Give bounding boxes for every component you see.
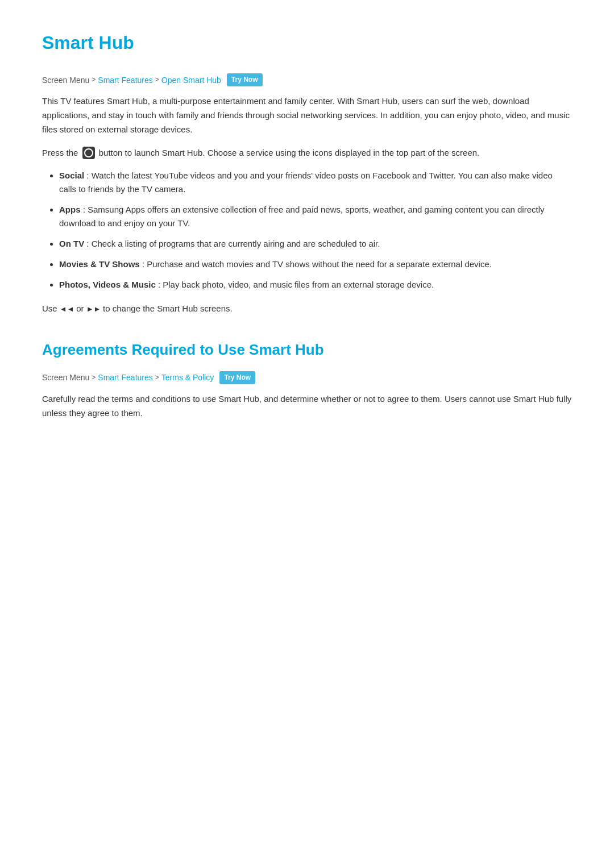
list-item: Social : Watch the latest YouTube videos… [59, 169, 572, 196]
change-screens-text: Use ◄◄ or ►► to change the Smart Hub scr… [42, 302, 572, 315]
bullet-desc-movies: : Purchase and watch movies and TV shows… [142, 259, 492, 269]
bullet-term-movies: Movies & TV Shows [59, 259, 140, 269]
features-list: Social : Watch the latest YouTube videos… [59, 169, 572, 292]
breadcrumb-prefix: Screen Menu [42, 74, 89, 86]
change-suffix: to change the Smart Hub screens. [103, 304, 233, 313]
intro-paragraph: This TV features Smart Hub, a multi-purp… [42, 94, 572, 136]
bullet-desc-apps: : Samsung Apps offers an extensive colle… [59, 205, 545, 228]
breadcrumb-section2: Screen Menu > Smart Features > Terms & P… [42, 371, 572, 384]
section2-title: Agreements Required to Use Smart Hub [42, 338, 572, 362]
bullet-term-on-tv: On TV [59, 239, 84, 248]
breadcrumb-sep2: > [155, 74, 159, 85]
breadcrumb-open-smart-hub-link[interactable]: Open Smart Hub [161, 74, 221, 86]
change-prefix: Use [42, 304, 57, 313]
list-item: Apps : Samsung Apps offers an extensive … [59, 203, 572, 230]
breadcrumb2-prefix: Screen Menu [42, 371, 89, 384]
bullet-desc-on-tv: : Check a listing of programs that are c… [86, 239, 380, 248]
list-item: On TV : Check a listing of programs that… [59, 237, 572, 251]
bullet-term-social: Social [59, 171, 84, 180]
press-text-before: Press the [42, 148, 78, 157]
press-button-paragraph: Press the button to launch Smart Hub. Ch… [42, 146, 572, 160]
smart-hub-button-icon [82, 147, 95, 159]
rewind-arrow-icon: ◄◄ [60, 305, 76, 313]
bullet-term-photos: Photos, Videos & Music [59, 280, 156, 289]
breadcrumb2-smart-features-link[interactable]: Smart Features [98, 371, 152, 384]
fast-forward-arrow-icon: ►► [86, 305, 103, 313]
breadcrumb2-sep1: > [92, 372, 96, 383]
list-item: Photos, Videos & Music : Play back photo… [59, 278, 572, 292]
bullet-term-apps: Apps [59, 205, 81, 214]
try-now-badge-2[interactable]: Try Now [219, 371, 255, 384]
breadcrumb-section1: Screen Menu > Smart Features > Open Smar… [42, 73, 572, 86]
list-item: Movies & TV Shows : Purchase and watch m… [59, 258, 572, 271]
breadcrumb-sep1: > [92, 74, 96, 85]
bullet-desc-social: : Watch the latest YouTube videos and yo… [59, 171, 553, 194]
page-title: Smart Hub [42, 28, 572, 57]
press-text-after: button to launch Smart Hub. Choose a ser… [99, 148, 480, 157]
section2-body: Carefully read the terms and conditions … [42, 392, 572, 421]
change-middle: or [76, 304, 84, 313]
breadcrumb2-terms-policy-link[interactable]: Terms & Policy [161, 371, 214, 384]
breadcrumb-smart-features-link[interactable]: Smart Features [98, 74, 152, 86]
bullet-desc-photos: : Play back photo, video, and music file… [158, 280, 434, 289]
breadcrumb2-sep2: > [155, 372, 159, 383]
try-now-badge-1[interactable]: Try Now [227, 73, 263, 86]
